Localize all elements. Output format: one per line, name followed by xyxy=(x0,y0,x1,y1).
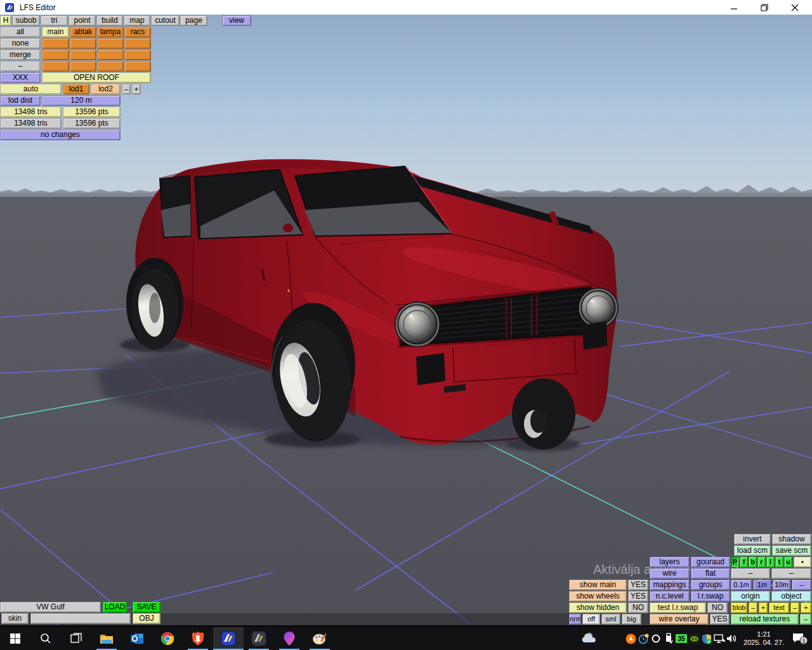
groups-button[interactable]: groups xyxy=(691,580,730,590)
tab-view-active[interactable]: view xyxy=(222,15,251,26)
tab-subob[interactable]: subob xyxy=(12,15,40,26)
save-scm-button[interactable]: save scm xyxy=(772,545,811,556)
task-view-button[interactable] xyxy=(61,627,91,650)
view-flag-u[interactable]: u xyxy=(784,557,792,567)
test-lrswap-toggle[interactable]: NO xyxy=(707,602,728,613)
view-flag-dot[interactable]: • xyxy=(794,557,811,567)
alarm-tray-icon[interactable] xyxy=(637,627,650,650)
reload-textures-dash[interactable]: – xyxy=(800,614,811,625)
skin-button[interactable]: skin xyxy=(1,613,29,624)
subob-cell[interactable] xyxy=(124,50,151,60)
lod-auto-button[interactable]: auto xyxy=(0,84,62,95)
reload-textures-button[interactable]: reload textures xyxy=(731,614,799,625)
tab-build[interactable]: build xyxy=(96,15,123,26)
show-wheels-button[interactable]: show wheels xyxy=(569,591,627,602)
view-flag-l[interactable]: l xyxy=(766,557,775,567)
tab-tri[interactable]: tri xyxy=(41,15,68,26)
subob-cell[interactable] xyxy=(42,38,69,49)
model-name-field[interactable]: VW Gulf xyxy=(0,602,101,613)
dash-button-1[interactable]: – xyxy=(731,568,770,579)
search-button[interactable] xyxy=(30,627,61,650)
lod-dist-value[interactable]: 120 m xyxy=(42,95,121,106)
subob-dash-button[interactable]: – xyxy=(0,61,41,72)
obj-button[interactable]: OBJ xyxy=(133,613,160,624)
nrm-big-button[interactable]: big xyxy=(622,614,641,625)
view-flag-t[interactable]: t xyxy=(775,557,783,567)
close-button[interactable] xyxy=(780,0,810,15)
taskbar-lfs-game[interactable] xyxy=(244,627,274,650)
volume-tray-icon[interactable] xyxy=(726,627,738,650)
show-hidden-button[interactable]: show hidden xyxy=(569,602,627,613)
ring-tray-icon[interactable] xyxy=(650,627,662,650)
subob-none-button[interactable]: none xyxy=(0,38,41,49)
dash-button-2[interactable]: – xyxy=(771,568,811,579)
subob-cell[interactable] xyxy=(97,38,124,49)
nvidia-tray-icon[interactable] xyxy=(688,627,700,650)
nrm-off-button[interactable]: off xyxy=(582,614,600,625)
flat-button[interactable]: flat xyxy=(691,568,730,579)
subob-merge-button[interactable]: merge xyxy=(0,50,41,60)
subob-cell[interactable] xyxy=(70,50,96,60)
taskbar-lfs-editor-active[interactable] xyxy=(213,627,244,650)
lod-plus-button[interactable]: + xyxy=(132,84,141,95)
layers-button[interactable]: layers xyxy=(650,557,690,567)
taskbar-outlook[interactable] xyxy=(122,627,152,650)
taskbar-pin-app[interactable] xyxy=(274,627,304,650)
taskbar-file-explorer[interactable] xyxy=(91,627,122,650)
wire-overlay-button[interactable]: wire overlay xyxy=(650,614,709,625)
origin-button[interactable]: origin xyxy=(731,591,770,602)
taskbar-clock[interactable]: 1:21 2025. 04. 27. xyxy=(738,630,789,647)
tab-map[interactable]: map xyxy=(124,15,150,26)
mappings-button[interactable]: mappings xyxy=(650,580,690,590)
lod-minus-button[interactable]: – xyxy=(122,84,131,95)
defender-tray-icon[interactable] xyxy=(700,627,713,650)
subob-cell[interactable] xyxy=(124,38,151,49)
skin-name-field[interactable] xyxy=(30,613,131,624)
taskbar-paint[interactable] xyxy=(304,627,335,650)
usb-tray-icon[interactable] xyxy=(662,627,675,650)
avast-tray-icon[interactable] xyxy=(624,627,637,650)
show-hidden-toggle[interactable]: NO xyxy=(628,602,648,613)
subob-cell[interactable] xyxy=(97,61,124,72)
load-scm-button[interactable]: load scm xyxy=(734,545,771,556)
view-flag-b[interactable]: b xyxy=(749,557,757,567)
nclevel-button[interactable]: n.c.level xyxy=(650,591,690,602)
subob-cell[interactable] xyxy=(70,38,96,49)
restore-button[interactable] xyxy=(749,0,780,15)
subob-cell[interactable] xyxy=(42,50,69,60)
subob-cell[interactable] xyxy=(42,61,69,72)
tab-page[interactable]: page xyxy=(180,15,207,26)
grid-01m-button[interactable]: 0.1m xyxy=(731,580,752,590)
taskbar-chrome[interactable] xyxy=(152,627,183,650)
shadow-button[interactable]: shadow xyxy=(772,534,811,545)
blob-button[interactable]: blob xyxy=(731,602,747,613)
subob-col-ablak[interactable]: ablak xyxy=(70,27,96,37)
wire-button[interactable]: wire xyxy=(650,568,690,579)
subob-col-main[interactable]: main xyxy=(42,27,69,37)
minimize-button[interactable] xyxy=(719,0,749,15)
3d-viewport[interactable] xyxy=(0,15,812,627)
weather-tray-icon[interactable] xyxy=(581,627,598,650)
subob-col-lampa[interactable]: lampa xyxy=(97,27,124,37)
temp-tray-icon[interactable]: 35 xyxy=(675,627,688,650)
subob-cell[interactable] xyxy=(97,50,124,60)
invert-button[interactable]: invert xyxy=(734,534,771,545)
tab-cutout[interactable]: cutout xyxy=(151,15,180,26)
grid-1m-button[interactable]: 1m xyxy=(753,580,771,590)
nrm-sml-button[interactable]: sml xyxy=(601,614,620,625)
start-button[interactable] xyxy=(0,627,30,650)
text-button[interactable]: text xyxy=(769,602,789,613)
show-wheels-toggle[interactable]: YES xyxy=(628,591,648,602)
network-tray-icon[interactable] xyxy=(713,627,726,650)
view-flag-f[interactable]: f xyxy=(740,557,748,567)
subob-all-button[interactable]: all xyxy=(0,27,41,37)
view-flag-p[interactable]: P xyxy=(731,557,739,567)
save-button[interactable]: SAVE xyxy=(133,602,160,613)
open-roof-button[interactable]: OPEN ROOF xyxy=(42,72,151,83)
nrm-button[interactable]: nrm xyxy=(569,614,581,625)
lrswap-button[interactable]: l.r.swap xyxy=(691,591,730,602)
lod2-button[interactable]: lod2 xyxy=(91,84,121,95)
text-plus-button[interactable]: + xyxy=(801,602,811,613)
blob-plus-button[interactable]: + xyxy=(759,602,768,613)
grid-dash-button[interactable]: – xyxy=(792,580,811,590)
